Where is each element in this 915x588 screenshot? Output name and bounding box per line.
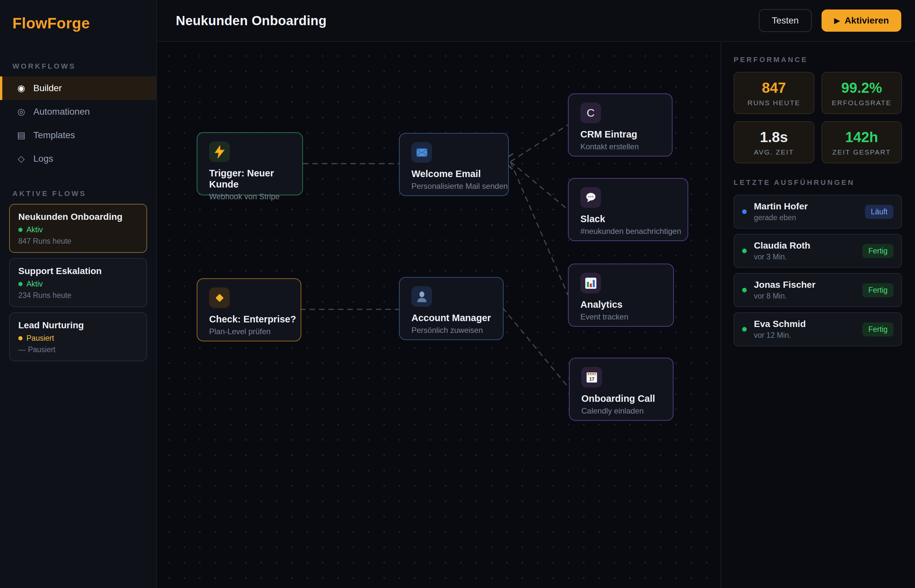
flow-title: Support Eskalation xyxy=(18,266,138,276)
stat-runs-heute: 847 RUNS HEUTE xyxy=(734,72,814,114)
bar-chart-icon xyxy=(580,273,601,293)
sidebar-item-builder[interactable]: ◉ Builder xyxy=(0,76,156,100)
run-time: gerade eben xyxy=(754,213,808,222)
activate-button-label: Aktivieren xyxy=(845,15,889,26)
diamond-outline-icon: ◇ xyxy=(16,153,27,164)
stat-value: 99.2% xyxy=(822,80,902,96)
node-title: Slack xyxy=(580,213,687,225)
sidebar-item-automationen[interactable]: ◎ Automationen xyxy=(0,100,156,123)
status-dot-icon xyxy=(18,282,23,286)
node-title: CRM Eintrag xyxy=(580,129,672,140)
sidebar-item-label: Builder xyxy=(33,83,62,94)
node-title: Analytics xyxy=(580,299,673,310)
flow-status-label: Aktiv xyxy=(26,279,43,288)
diamond-icon xyxy=(209,288,230,308)
run-item-eva-schmid[interactable]: Eva Schmid vor 12 Min. Fertig xyxy=(734,312,902,346)
node-title: Onboarding Call xyxy=(581,393,673,404)
activate-button[interactable]: ▶ Aktivieren xyxy=(821,10,901,32)
flow-status-label: Pausiert xyxy=(26,334,54,342)
run-status-badge: Läuft xyxy=(865,205,894,219)
run-item-jonas-fischer[interactable]: Jonas Fischer vor 8 Min. Fertig xyxy=(734,273,902,307)
flow-card-support-eskalation[interactable]: Support Eskalation Aktiv 234 Runs heute xyxy=(9,258,147,307)
double-circle-icon: ◎ xyxy=(16,107,27,117)
stat-value: 142h xyxy=(822,129,902,145)
app-root: FlowForge WORKFLOWS ◉ Builder ◎ Automati… xyxy=(0,0,915,588)
stat-label: ZEIT GESPART xyxy=(822,148,902,156)
active-flows-section-label: AKTIVE FLOWS xyxy=(13,189,144,198)
flow-title: Neukunden Onboarding xyxy=(18,212,138,222)
node-subtitle: Webhook von Stripe xyxy=(209,192,302,201)
node-crm-eintrag[interactable]: C CRM Eintrag Kontakt erstellen xyxy=(568,94,673,157)
flow-meta: 234 Runs heute xyxy=(18,291,138,300)
sidebar-item-label: Logs xyxy=(33,153,53,164)
node-onboarding-call[interactable]: 17 Onboarding Call Calendly einladen xyxy=(569,358,674,421)
run-time: vor 12 Min. xyxy=(754,331,806,340)
lined-square-icon: ▤ xyxy=(16,130,27,141)
node-slack[interactable]: Slack #neukunden benachrichtigen xyxy=(568,178,688,241)
flow-status-label: Aktiv xyxy=(26,225,43,234)
test-button[interactable]: Testen xyxy=(759,9,812,32)
node-subtitle: Personalisierte Mail senden xyxy=(411,182,508,191)
flow-status: Pausiert xyxy=(18,334,138,342)
play-icon: ▶ xyxy=(834,16,840,25)
run-item-martin-hofer[interactable]: Martin Hofer gerade eben Läuft xyxy=(734,195,902,229)
node-subtitle: Kontakt erstellen xyxy=(580,142,672,151)
sidebar-item-templates[interactable]: ▤ Templates xyxy=(0,123,156,147)
run-name: Claudia Roth xyxy=(754,241,810,251)
flow-status: Aktiv xyxy=(18,225,138,234)
flow-card-neukunden-onboarding[interactable]: Neukunden Onboarding Aktiv 847 Runs heut… xyxy=(9,204,147,253)
lightning-icon xyxy=(209,141,230,162)
node-subtitle: Calendly einladen xyxy=(581,406,673,415)
run-item-claudia-roth[interactable]: Claudia Roth vor 3 Min. Fertig xyxy=(734,234,902,268)
node-subtitle: Plan-Level prüfen xyxy=(209,327,301,336)
stat-label: AVG. ZEIT xyxy=(734,148,814,156)
run-status-dot-icon xyxy=(742,209,747,214)
status-dot-icon xyxy=(18,228,23,232)
node-subtitle: #neukunden benachrichtigen xyxy=(580,227,687,236)
node-title: Check: Enterprise? xyxy=(209,313,301,325)
run-time: vor 3 Min. xyxy=(754,252,810,261)
main-area: Neukunden Onboarding Testen ▶ Aktivieren xyxy=(157,0,915,588)
flow-status: Aktiv xyxy=(18,279,138,288)
run-name: Jonas Fischer xyxy=(754,279,815,290)
stats-panel: PERFORMANCE 847 RUNS HEUTE 99.2% ERFOLGS… xyxy=(721,42,915,588)
stat-erfolgsrate: 99.2% ERFOLGSRATE xyxy=(821,72,902,114)
stat-label: ERFOLGSRATE xyxy=(822,99,902,107)
run-status-badge: Fertig xyxy=(862,244,894,258)
run-status-dot-icon xyxy=(742,327,747,331)
run-status-dot-icon xyxy=(742,249,747,253)
workflows-section-label: WORKFLOWS xyxy=(13,62,144,71)
run-status-dot-icon xyxy=(742,288,747,292)
node-welcome-email[interactable]: Welcome Email Personalisierte Mail sende… xyxy=(399,133,509,196)
content-row: Trigger: Neuer Kunde Webhook von Stripe … xyxy=(157,42,915,588)
sidebar-nav: ◉ Builder ◎ Automationen ▤ Templates ◇ L… xyxy=(0,76,156,171)
run-status-badge: Fertig xyxy=(862,322,894,336)
flow-meta: — Pausiert xyxy=(18,345,138,354)
stat-zeit-gespart: 142h ZEIT GESPART xyxy=(821,121,902,163)
workflow-canvas[interactable]: Trigger: Neuer Kunde Webhook von Stripe … xyxy=(157,42,721,588)
speech-bubble-icon xyxy=(580,187,601,208)
svg-text:17: 17 xyxy=(589,376,595,381)
calendar-icon: 17 xyxy=(581,367,602,388)
person-icon xyxy=(411,286,432,307)
run-time: vor 8 Min. xyxy=(754,292,815,300)
stat-label: RUNS HEUTE xyxy=(734,99,814,107)
node-analytics[interactable]: Analytics Event tracken xyxy=(568,263,674,327)
node-title: Account Manager xyxy=(411,312,503,323)
sidebar: FlowForge WORKFLOWS ◉ Builder ◎ Automati… xyxy=(0,0,157,588)
stat-value: 847 xyxy=(734,80,814,96)
stat-value: 1.8s xyxy=(734,129,814,145)
node-title: Trigger: Neuer Kunde xyxy=(209,168,302,190)
flow-card-lead-nurturing[interactable]: Lead Nurturing Pausiert — Pausiert xyxy=(9,312,147,361)
node-title: Welcome Email xyxy=(411,168,508,179)
performance-stats-grid: 847 RUNS HEUTE 99.2% ERFOLGSRATE 1.8s AV… xyxy=(734,72,902,163)
envelope-icon xyxy=(411,142,432,163)
flow-title: Lead Nurturing xyxy=(18,320,138,331)
performance-section-label: PERFORMANCE xyxy=(734,55,902,64)
sidebar-item-logs[interactable]: ◇ Logs xyxy=(0,147,156,171)
sidebar-item-label: Automationen xyxy=(33,107,90,117)
node-account-manager[interactable]: Account Manager Persönlich zuweisen xyxy=(399,277,504,340)
page-title: Neukunden Onboarding xyxy=(176,13,759,28)
node-trigger-neuer-kunde[interactable]: Trigger: Neuer Kunde Webhook von Stripe xyxy=(197,132,303,195)
node-check-enterprise[interactable]: Check: Enterprise? Plan-Level prüfen xyxy=(197,278,301,341)
